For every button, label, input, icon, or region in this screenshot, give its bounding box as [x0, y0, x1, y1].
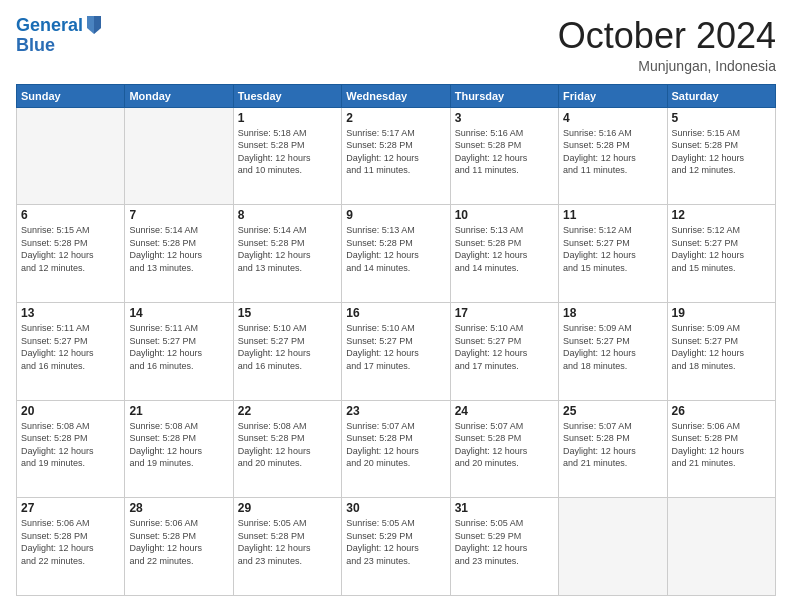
day-info: Sunrise: 5:12 AM Sunset: 5:27 PM Dayligh…	[672, 224, 771, 274]
calendar-week-2: 6Sunrise: 5:15 AM Sunset: 5:28 PM Daylig…	[17, 205, 776, 303]
calendar-cell	[125, 107, 233, 205]
day-number: 25	[563, 404, 662, 418]
day-info: Sunrise: 5:06 AM Sunset: 5:28 PM Dayligh…	[21, 517, 120, 567]
day-info: Sunrise: 5:05 AM Sunset: 5:28 PM Dayligh…	[238, 517, 337, 567]
calendar-cell: 21Sunrise: 5:08 AM Sunset: 5:28 PM Dayli…	[125, 400, 233, 498]
calendar-cell: 16Sunrise: 5:10 AM Sunset: 5:27 PM Dayli…	[342, 302, 450, 400]
day-info: Sunrise: 5:07 AM Sunset: 5:28 PM Dayligh…	[563, 420, 662, 470]
calendar-cell: 13Sunrise: 5:11 AM Sunset: 5:27 PM Dayli…	[17, 302, 125, 400]
calendar-table: Sunday Monday Tuesday Wednesday Thursday…	[16, 84, 776, 596]
day-info: Sunrise: 5:07 AM Sunset: 5:28 PM Dayligh…	[455, 420, 554, 470]
calendar-cell: 5Sunrise: 5:15 AM Sunset: 5:28 PM Daylig…	[667, 107, 775, 205]
calendar-cell: 31Sunrise: 5:05 AM Sunset: 5:29 PM Dayli…	[450, 498, 558, 596]
day-info: Sunrise: 5:13 AM Sunset: 5:28 PM Dayligh…	[455, 224, 554, 274]
day-number: 21	[129, 404, 228, 418]
day-info: Sunrise: 5:15 AM Sunset: 5:28 PM Dayligh…	[672, 127, 771, 177]
day-number: 3	[455, 111, 554, 125]
day-number: 2	[346, 111, 445, 125]
day-number: 31	[455, 501, 554, 515]
day-info: Sunrise: 5:11 AM Sunset: 5:27 PM Dayligh…	[21, 322, 120, 372]
day-info: Sunrise: 5:14 AM Sunset: 5:28 PM Dayligh…	[238, 224, 337, 274]
day-number: 29	[238, 501, 337, 515]
svg-marker-1	[94, 16, 101, 34]
day-number: 7	[129, 208, 228, 222]
day-number: 14	[129, 306, 228, 320]
col-wednesday: Wednesday	[342, 84, 450, 107]
day-info: Sunrise: 5:16 AM Sunset: 5:28 PM Dayligh…	[455, 127, 554, 177]
calendar-cell: 17Sunrise: 5:10 AM Sunset: 5:27 PM Dayli…	[450, 302, 558, 400]
calendar-cell: 10Sunrise: 5:13 AM Sunset: 5:28 PM Dayli…	[450, 205, 558, 303]
calendar-cell: 11Sunrise: 5:12 AM Sunset: 5:27 PM Dayli…	[559, 205, 667, 303]
logo-line1: General	[16, 15, 83, 35]
calendar-week-1: 1Sunrise: 5:18 AM Sunset: 5:28 PM Daylig…	[17, 107, 776, 205]
calendar-cell: 4Sunrise: 5:16 AM Sunset: 5:28 PM Daylig…	[559, 107, 667, 205]
logo-text: General	[16, 16, 83, 36]
day-info: Sunrise: 5:08 AM Sunset: 5:28 PM Dayligh…	[129, 420, 228, 470]
calendar-week-3: 13Sunrise: 5:11 AM Sunset: 5:27 PM Dayli…	[17, 302, 776, 400]
calendar-cell: 24Sunrise: 5:07 AM Sunset: 5:28 PM Dayli…	[450, 400, 558, 498]
col-sunday: Sunday	[17, 84, 125, 107]
day-info: Sunrise: 5:05 AM Sunset: 5:29 PM Dayligh…	[346, 517, 445, 567]
day-number: 13	[21, 306, 120, 320]
col-tuesday: Tuesday	[233, 84, 341, 107]
day-number: 17	[455, 306, 554, 320]
col-thursday: Thursday	[450, 84, 558, 107]
calendar-cell: 2Sunrise: 5:17 AM Sunset: 5:28 PM Daylig…	[342, 107, 450, 205]
day-info: Sunrise: 5:10 AM Sunset: 5:27 PM Dayligh…	[455, 322, 554, 372]
day-info: Sunrise: 5:12 AM Sunset: 5:27 PM Dayligh…	[563, 224, 662, 274]
calendar-cell	[559, 498, 667, 596]
day-info: Sunrise: 5:10 AM Sunset: 5:27 PM Dayligh…	[238, 322, 337, 372]
day-number: 18	[563, 306, 662, 320]
calendar-cell	[17, 107, 125, 205]
day-number: 4	[563, 111, 662, 125]
col-monday: Monday	[125, 84, 233, 107]
calendar-week-5: 27Sunrise: 5:06 AM Sunset: 5:28 PM Dayli…	[17, 498, 776, 596]
day-info: Sunrise: 5:13 AM Sunset: 5:28 PM Dayligh…	[346, 224, 445, 274]
calendar-cell: 29Sunrise: 5:05 AM Sunset: 5:28 PM Dayli…	[233, 498, 341, 596]
col-saturday: Saturday	[667, 84, 775, 107]
col-friday: Friday	[559, 84, 667, 107]
calendar-cell: 3Sunrise: 5:16 AM Sunset: 5:28 PM Daylig…	[450, 107, 558, 205]
day-number: 15	[238, 306, 337, 320]
day-number: 9	[346, 208, 445, 222]
day-number: 10	[455, 208, 554, 222]
logo: General Blue	[16, 16, 103, 56]
calendar-cell: 23Sunrise: 5:07 AM Sunset: 5:28 PM Dayli…	[342, 400, 450, 498]
day-info: Sunrise: 5:08 AM Sunset: 5:28 PM Dayligh…	[238, 420, 337, 470]
day-info: Sunrise: 5:10 AM Sunset: 5:27 PM Dayligh…	[346, 322, 445, 372]
day-info: Sunrise: 5:06 AM Sunset: 5:28 PM Dayligh…	[672, 420, 771, 470]
day-number: 8	[238, 208, 337, 222]
calendar-cell: 14Sunrise: 5:11 AM Sunset: 5:27 PM Dayli…	[125, 302, 233, 400]
day-number: 12	[672, 208, 771, 222]
calendar-week-4: 20Sunrise: 5:08 AM Sunset: 5:28 PM Dayli…	[17, 400, 776, 498]
page: General Blue October 2024 Munjungan, Ind…	[0, 0, 792, 612]
calendar-cell: 18Sunrise: 5:09 AM Sunset: 5:27 PM Dayli…	[559, 302, 667, 400]
header: General Blue October 2024 Munjungan, Ind…	[16, 16, 776, 74]
calendar-cell: 12Sunrise: 5:12 AM Sunset: 5:27 PM Dayli…	[667, 205, 775, 303]
calendar-cell: 6Sunrise: 5:15 AM Sunset: 5:28 PM Daylig…	[17, 205, 125, 303]
day-info: Sunrise: 5:09 AM Sunset: 5:27 PM Dayligh…	[672, 322, 771, 372]
calendar-cell: 26Sunrise: 5:06 AM Sunset: 5:28 PM Dayli…	[667, 400, 775, 498]
day-info: Sunrise: 5:06 AM Sunset: 5:28 PM Dayligh…	[129, 517, 228, 567]
calendar-cell: 22Sunrise: 5:08 AM Sunset: 5:28 PM Dayli…	[233, 400, 341, 498]
calendar-cell: 8Sunrise: 5:14 AM Sunset: 5:28 PM Daylig…	[233, 205, 341, 303]
day-number: 16	[346, 306, 445, 320]
day-number: 1	[238, 111, 337, 125]
calendar-cell: 1Sunrise: 5:18 AM Sunset: 5:28 PM Daylig…	[233, 107, 341, 205]
day-info: Sunrise: 5:11 AM Sunset: 5:27 PM Dayligh…	[129, 322, 228, 372]
day-number: 19	[672, 306, 771, 320]
calendar-cell: 25Sunrise: 5:07 AM Sunset: 5:28 PM Dayli…	[559, 400, 667, 498]
calendar-cell: 15Sunrise: 5:10 AM Sunset: 5:27 PM Dayli…	[233, 302, 341, 400]
day-number: 28	[129, 501, 228, 515]
day-info: Sunrise: 5:18 AM Sunset: 5:28 PM Dayligh…	[238, 127, 337, 177]
day-number: 22	[238, 404, 337, 418]
day-number: 30	[346, 501, 445, 515]
calendar-header-row: Sunday Monday Tuesday Wednesday Thursday…	[17, 84, 776, 107]
day-info: Sunrise: 5:15 AM Sunset: 5:28 PM Dayligh…	[21, 224, 120, 274]
day-number: 20	[21, 404, 120, 418]
calendar-cell	[667, 498, 775, 596]
day-info: Sunrise: 5:09 AM Sunset: 5:27 PM Dayligh…	[563, 322, 662, 372]
day-number: 6	[21, 208, 120, 222]
day-info: Sunrise: 5:14 AM Sunset: 5:28 PM Dayligh…	[129, 224, 228, 274]
location-subtitle: Munjungan, Indonesia	[558, 58, 776, 74]
